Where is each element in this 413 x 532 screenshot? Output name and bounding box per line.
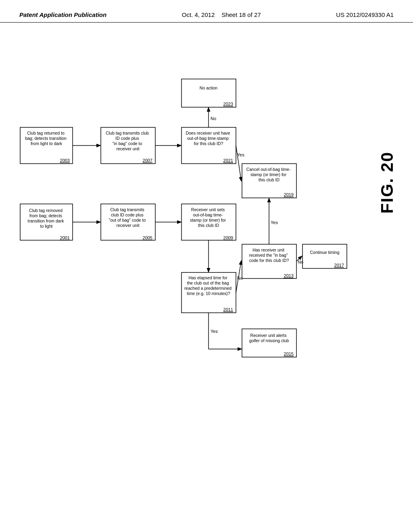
svg-text:Receiver unit alerts
      gol: Receiver unit alerts golfer of missing c… [249,333,289,343]
svg-text:2003: 2003 [60,158,70,163]
svg-text:2015: 2015 [284,351,294,356]
svg-text:2005: 2005 [143,235,152,240]
svg-text:No: No [298,260,303,264]
flowchart-svg: Club tag removed from bag; detects trans… [12,47,375,530]
svg-text:2009: 2009 [223,235,233,240]
page-header: Patent Application Publication Oct. 4, 2… [0,0,413,23]
svg-text:Club tag returned to
      bag: Club tag returned to bag; detects transi… [25,131,68,146]
svg-text:2021: 2021 [223,158,233,163]
svg-text:2017: 2017 [334,263,344,268]
svg-text:Yes: Yes [237,152,244,157]
svg-text:2023: 2023 [223,102,233,106]
svg-text:Has receiver unit
      receiv: Has receiver unit received the "in bag" … [249,247,289,263]
svg-text:Continue timing: Continue timing [310,250,340,255]
svg-text:No: No [211,116,216,121]
svg-text:2007: 2007 [143,158,152,163]
svg-text:Yes: Yes [211,329,218,334]
svg-text:No: No [237,276,243,281]
svg-text:2013: 2013 [284,273,294,278]
figure-label: FIG. 20 [378,152,397,214]
main-content: FIG. 20 Club tag removed from bag; detec… [0,23,413,522]
svg-text:No action: No action [200,85,218,90]
svg-text:Yes: Yes [271,220,278,225]
publication-title: Patent Application Publication [19,11,106,18]
patent-number: US 2012/0249330 A1 [336,11,394,18]
publication-date: Oct. 4, 2012 Sheet 18 of 27 [182,11,261,18]
svg-text:Has elapsed time for
      the: Has elapsed time for the club out of the… [184,275,233,296]
svg-text:2019: 2019 [284,192,294,197]
svg-text:2001: 2001 [60,235,70,240]
svg-line-43 [236,145,241,181]
svg-text:2011: 2011 [223,307,233,312]
